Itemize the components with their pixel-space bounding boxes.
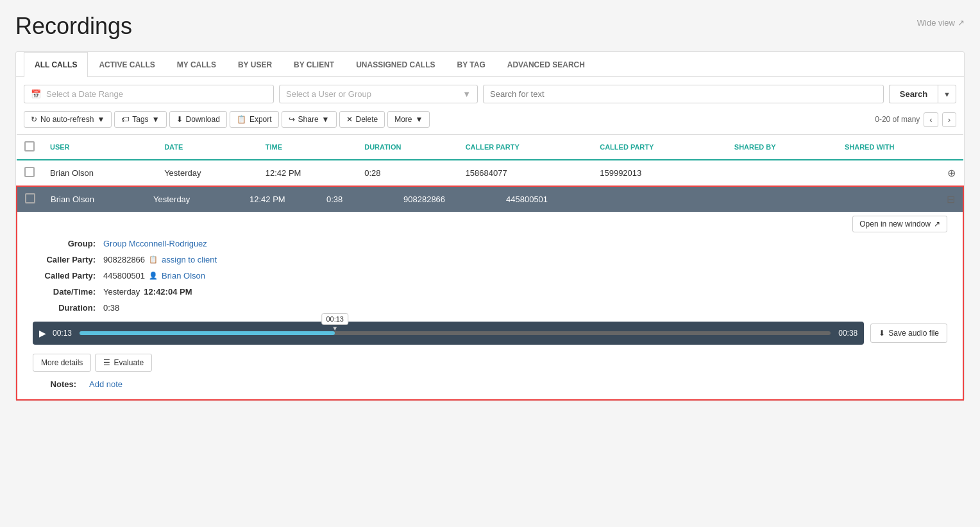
row1-checkbox[interactable] [24,167,35,177]
expanded-header-row[interactable]: Brian Olson Yesterday 12:42 PM 0:38 9082… [17,187,963,212]
datetime-time: 12:42:04 PM [144,287,192,297]
chevron-down-icon: ▼ [97,115,105,124]
recordings-table: USER DATE TIME DURATION CALLER PARTY CAL… [16,134,964,401]
person-icon: 👤 [149,272,158,280]
select-all-checkbox[interactable] [24,141,35,151]
export-button[interactable]: 📋 Export [230,111,279,128]
notes-label: Notes: [33,379,84,389]
row1-caller-party: 158684077 [458,160,593,186]
external-link-icon: ↗ [934,220,940,229]
filters-row: 📅 Select a Date Range Select a User or G… [16,77,964,108]
add-note-link[interactable]: Add note [89,379,122,389]
row1-checkbox-cell[interactable] [17,160,42,186]
header-time: TIME [258,135,357,160]
save-audio-button[interactable]: ⬇ Save audio file [870,324,947,343]
search-button[interactable]: Search [889,85,938,103]
called-party-number: 445800501 [103,271,145,281]
notes-row: Notes: Add note [33,379,947,389]
datetime-date: Yesterday [103,287,140,297]
export-icon: 📋 [237,115,246,124]
called-party-label: Called Party: [33,271,103,281]
datetime-value: Yesterday 12:42:04 PM [103,287,482,297]
audio-end-time: 00:38 [837,329,858,338]
tab-my-calls[interactable]: MY CALLS [166,52,227,77]
audio-current-time: 00:13 [53,329,73,338]
row1-shared-with: ⊕ [837,160,963,186]
pagination-info: 0-20 of many ‹ › [875,112,956,127]
header-duration: DURATION [357,135,457,160]
play-button[interactable]: ▶ [39,328,46,338]
header-shared-with: SHARED WITH [837,135,963,160]
wide-view-link[interactable]: Wide view ↗ [917,18,965,28]
chevron-down-icon: ▼ [322,115,330,124]
tab-by-user[interactable]: BY USER [227,52,283,77]
called-party-user-link[interactable]: Brian Olson [162,271,205,281]
row1-user: Brian Olson [42,160,156,186]
expanded-date: Yesterday [146,187,242,212]
search-input[interactable] [490,89,877,99]
main-card: ALL CALLS ACTIVE CALLS MY CALLS BY USER … [15,51,965,401]
tab-by-client[interactable]: BY CLIENT [283,52,345,77]
expanded-shared-by [601,187,743,212]
search-text-input[interactable] [483,85,884,103]
tab-active-calls[interactable]: ACTIVE CALLS [88,52,165,77]
evaluate-button[interactable]: ☰ Evaluate [95,354,152,372]
tags-button[interactable]: 🏷 Tags ▼ [114,111,166,128]
expanded-collapse-cell[interactable]: ⊟ [743,187,963,212]
header-caller-party: CALLER PARTY [458,135,593,160]
expanded-checkbox-cell[interactable] [17,187,43,212]
header-checkbox-col[interactable] [17,135,42,160]
row2-checkbox[interactable] [25,193,35,203]
table-header-row: USER DATE TIME DURATION CALLER PARTY CAL… [17,135,963,160]
user-group-select[interactable]: Select a User or Group ▼ [279,85,478,103]
row1-duration: 0:28 [357,160,457,186]
share-button[interactable]: ↪ Share ▼ [282,111,337,128]
audio-time-tooltip: 00:13 [321,313,348,325]
header-user: USER [42,135,156,160]
x-icon: ✕ [346,115,353,124]
expanded-table: Brian Olson Yesterday 12:42 PM 0:38 9082… [17,187,963,399]
table-row[interactable]: Brian Olson Yesterday 12:42 PM 0:28 1586… [17,160,963,186]
date-range-input[interactable]: 📅 Select a Date Range [24,85,274,103]
open-new-window-button[interactable]: Open in new window ↗ [852,216,947,232]
expanded-inner: Open in new window ↗ Group: [17,212,963,399]
detail-grid: Group: Group Mcconnell-Rodriguez Caller … [33,239,482,313]
tab-advanced-search[interactable]: ADVANCED SEARCH [496,52,596,77]
audio-progress-track[interactable]: 00:13 [80,331,831,335]
delete-button[interactable]: ✕ Delete [339,111,385,128]
next-page-button[interactable]: › [942,112,956,127]
group-label: Group: [33,239,103,248]
expand-icon: ↗ [958,18,965,28]
chevron-down-icon: ▼ [462,89,471,99]
header-called-party: CALLED PARTY [592,135,727,160]
duration-label: Duration: [33,303,103,313]
collapse-row2-icon[interactable]: ⊟ [947,193,955,205]
refresh-icon: ↻ [31,115,37,124]
audio-player[interactable]: ▶ 00:13 00:13 [33,322,864,345]
page-title: Recordings [15,13,132,40]
list-icon: ☰ [103,358,110,367]
no-auto-refresh-button[interactable]: ↻ No auto-refresh ▼ [24,111,112,128]
expanded-row-wrapper: Brian Olson Yesterday 12:42 PM 0:38 9082… [17,186,963,400]
tab-by-tag[interactable]: BY TAG [446,52,496,77]
row1-shared-by [727,160,837,186]
prev-page-button[interactable]: ‹ [924,112,938,127]
tab-unassigned-calls[interactable]: UNASSIGNED CALLS [345,52,446,77]
chevron-down-icon: ▼ [416,115,423,124]
assign-icon: 📋 [149,255,158,264]
group-link[interactable]: Group Mcconnell-Rodriguez [103,239,207,248]
page-header: Recordings Wide view ↗ [15,13,965,40]
more-details-button[interactable]: More details [33,354,91,372]
search-dropdown-button[interactable]: ▼ [938,85,956,103]
download-button[interactable]: ⬇ Download [169,111,227,128]
share-icon: ↪ [289,115,295,124]
audio-progress-fill [80,331,335,335]
tab-all-calls[interactable]: ALL CALLS [24,52,88,77]
expanded-row-cell: Brian Olson Yesterday 12:42 PM 0:38 9082… [17,186,963,400]
more-button[interactable]: More ▼ [387,111,430,128]
tag-icon: 🏷 [121,115,129,124]
expanded-content-cell: Open in new window ↗ Group: [17,212,963,399]
audio-player-row: ▶ 00:13 00:13 [33,322,947,345]
assign-to-client-link[interactable]: assign to client [162,255,217,264]
expand-row1-icon[interactable]: ⊕ [947,167,956,179]
